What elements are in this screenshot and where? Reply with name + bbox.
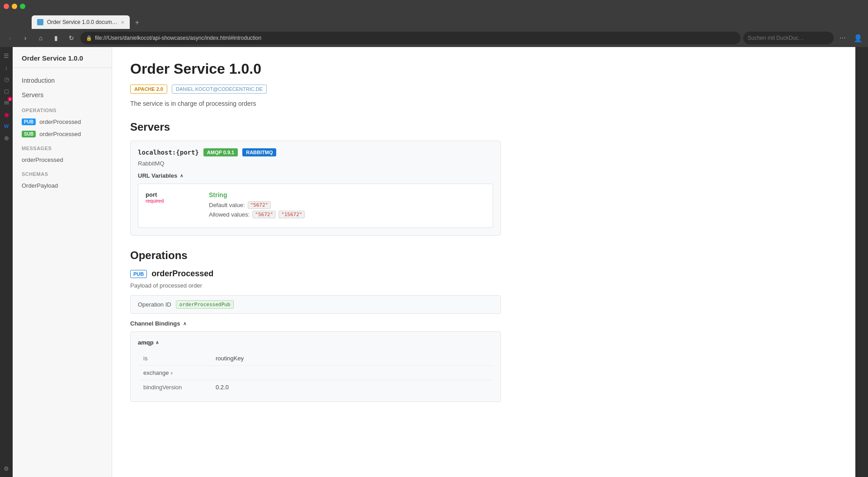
add-icon[interactable]: ⊕ — [1, 133, 11, 143]
reload-button[interactable]: ↻ — [65, 32, 78, 44]
notifications-icon[interactable]: ✉ — [1, 98, 11, 108]
operations-section: Operations PUB orderProcessed Payload of… — [130, 249, 501, 402]
sidebar-item-servers[interactable]: Servers — [13, 88, 112, 102]
amqp-badge: AMQP 0.9.1 — [203, 148, 238, 156]
var-default-value-row: Default value: "5672" — [209, 201, 305, 209]
operation-pub-badge: PUB — [130, 270, 147, 278]
var-name: port — [146, 191, 200, 198]
sidebar-op-sub-name: orderProcessed — [39, 131, 81, 137]
url-variables-toggle[interactable]: URL Variables ∧ — [138, 172, 493, 179]
var-allowed-values-row: Allowed values: "5672" "15672" — [209, 211, 305, 218]
content-area: Order Service 1.0.0 APACHE 2.0 DANIEL.KO… — [112, 47, 855, 477]
forward-button[interactable]: › — [19, 32, 32, 44]
url-variables-content: port required String Default value: "567… — [138, 184, 493, 228]
home-button[interactable]: ⌂ — [34, 32, 47, 44]
sidebar-op-pub-orderprocessed[interactable]: PUB orderProcessed — [13, 116, 112, 128]
bookmark-button[interactable]: ▮ — [50, 32, 62, 44]
close-button[interactable] — [4, 4, 9, 9]
back-button[interactable]: ‹ — [4, 32, 16, 44]
var-name-col: port required — [146, 191, 200, 203]
operation-id-row: Operation ID orderProcessedPub — [130, 295, 501, 314]
main-layout: ☰ ↓ ◷ ◻ ✉ ◉ W ⊕ ⚙ Order Service 1.0.0 In… — [0, 47, 868, 477]
var-allowed-value-2: "15672" — [278, 211, 305, 218]
sidebar-schema-name: OrderPayload — [22, 182, 58, 189]
bindings-card: amqp ∧ is routingKey exchange › — [130, 331, 501, 402]
binding-key-exchange: exchange › — [138, 366, 210, 380]
amqp-chevron-icon: ∧ — [156, 340, 159, 345]
sidebar-msg-name: orderProcessed — [22, 156, 63, 163]
minimize-button[interactable] — [12, 4, 17, 9]
operation-id-value: orderProcessedPub — [176, 300, 234, 309]
binding-value-exchange — [210, 366, 493, 380]
search-input[interactable] — [748, 35, 829, 41]
content-inner: Order Service 1.0.0 APACHE 2.0 DANIEL.KO… — [112, 47, 519, 416]
exchange-expand-icon: › — [170, 369, 172, 376]
operation-name: orderProcessed — [151, 269, 213, 279]
channel-bindings-toggle[interactable]: Channel Bindings ∧ — [130, 320, 501, 327]
var-allowed-value-1: "5672" — [252, 211, 276, 218]
active-tab[interactable]: Order Service 1.0.0 docum… ✕ — [32, 15, 130, 29]
title-bar — [0, 0, 868, 13]
operations-section-title: Operations — [130, 249, 501, 262]
new-tab-button[interactable]: + — [131, 16, 143, 29]
profile-button[interactable]: 👤 — [852, 32, 864, 44]
sidebar-section-operations: OPERATIONS — [13, 102, 112, 116]
servers-section-title: Servers — [130, 121, 501, 133]
dev-tools-icon[interactable]: ◉ — [1, 109, 11, 119]
page-title: Order Service 1.0.0 — [130, 61, 501, 77]
sidebar-op-sub-orderprocessed[interactable]: SUB orderProcessed — [13, 128, 112, 140]
sidebar: Order Service 1.0.0 Introduction Servers… — [13, 47, 112, 477]
sidebar-schema-orderpayload[interactable]: OrderPayload — [13, 179, 112, 192]
binding-row-is: is routingKey — [138, 351, 493, 366]
sidebar-toggle-icon[interactable]: ☰ — [1, 51, 11, 61]
exchange-label: exchange — [143, 369, 169, 376]
word-icon[interactable]: W — [1, 121, 11, 131]
exchange-link[interactable]: exchange › — [143, 369, 205, 376]
tab-close-icon[interactable]: ✕ — [121, 20, 124, 25]
operation-description: Payload of processed order — [130, 282, 501, 289]
tab-title: Order Service 1.0.0 docum… — [47, 19, 117, 25]
email-badge: DANIEL.KOCOT@CODECENTRIC.DE — [172, 85, 267, 94]
history-icon[interactable]: ◷ — [1, 74, 11, 84]
address-bar[interactable]: 🔒 file:///Users/danielkocot/api-showcase… — [80, 32, 741, 44]
binding-table: is routingKey exchange › — [138, 351, 493, 394]
amqp-label: amqp — [138, 339, 154, 346]
sidebar-nav: Introduction Servers OPERATIONS PUB orde… — [13, 68, 112, 197]
sidebar-section-messages: MESSAGES — [13, 140, 112, 154]
var-allowed-label: Allowed values: — [209, 211, 250, 218]
search-bar[interactable] — [743, 32, 834, 44]
var-default-label: Default value: — [209, 202, 245, 208]
page-description: The service is in charge of processing o… — [130, 100, 501, 107]
amqp-header[interactable]: amqp ∧ — [138, 339, 493, 346]
url-text: file:///Users/danielkocot/api-showcases/… — [95, 35, 261, 41]
binding-row-bindingversion: bindingVersion 0.2.0 — [138, 380, 493, 395]
binding-row-exchange: exchange › — [138, 366, 493, 380]
url-variables-label: URL Variables — [138, 172, 177, 179]
sidebar-section-schemas: SCHEMAS — [13, 166, 112, 179]
sidebar-title: Order Service 1.0.0 — [13, 47, 112, 68]
channel-bindings-chevron-icon: ∧ — [183, 321, 186, 326]
badge-row: APACHE 2.0 DANIEL.KOCOT@CODECENTRIC.DE — [130, 85, 501, 94]
extensions-button[interactable]: ⋯ — [836, 32, 849, 44]
operation-title-row: PUB orderProcessed — [130, 269, 501, 279]
browser-chrome: Order Service 1.0.0 docum… ✕ + ‹ › ⌂ ▮ ↻… — [0, 0, 868, 47]
icons-bar: ☰ ↓ ◷ ◻ ✉ ◉ W ⊕ ⚙ — [0, 47, 13, 477]
rabbitmq-badge: RABBITMQ — [242, 148, 276, 156]
channel-bindings-label: Channel Bindings — [130, 320, 180, 327]
pub-badge: PUB — [22, 118, 36, 125]
sidebar-item-introduction[interactable]: Introduction — [13, 73, 112, 88]
sidebar-msg-orderprocessed[interactable]: orderProcessed — [13, 154, 112, 166]
maximize-button[interactable] — [20, 4, 25, 9]
settings-icon[interactable]: ⚙ — [1, 463, 11, 473]
security-icon: 🔒 — [86, 35, 92, 41]
server-card: localhost:{port} AMQP 0.9.1 RABBITMQ Rab… — [130, 141, 501, 236]
download-icon[interactable]: ↓ — [1, 62, 11, 72]
sub-badge: SUB — [22, 131, 36, 137]
bookmarks-icon[interactable]: ◻ — [1, 86, 11, 96]
server-header: localhost:{port} AMQP 0.9.1 RABBITMQ — [138, 148, 493, 156]
sidebar-op-pub-name: orderProcessed — [39, 118, 81, 125]
binding-value-is: routingKey — [210, 351, 493, 366]
var-default-value: "5672" — [248, 201, 271, 209]
license-badge: APACHE 2.0 — [130, 85, 167, 94]
var-row-port: port required String Default value: "567… — [146, 191, 486, 220]
